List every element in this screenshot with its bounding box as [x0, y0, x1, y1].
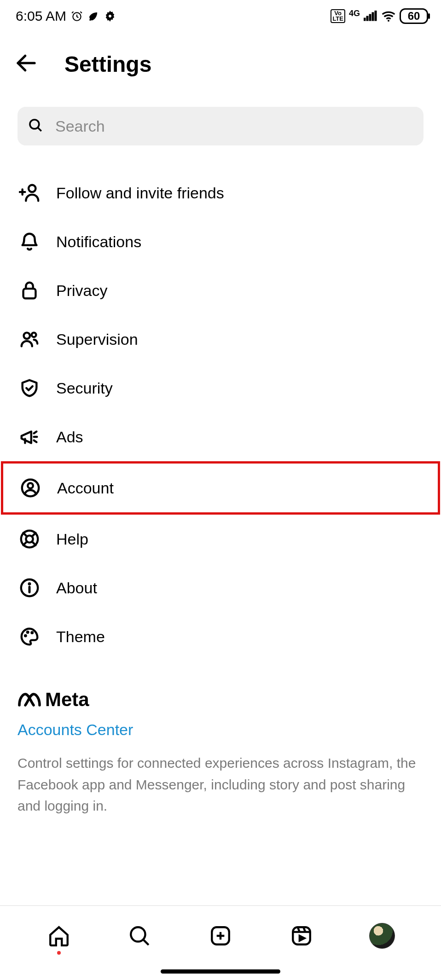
svg-point-1: [109, 15, 112, 18]
settings-item-ads[interactable]: Ads: [0, 412, 441, 461]
status-right: VoLTE 4G 60: [331, 8, 428, 24]
svg-point-7: [388, 20, 389, 22]
settings-item-notifications[interactable]: Notifications: [0, 217, 441, 266]
settings-item-label: Help: [56, 530, 88, 548]
alarm-icon: [71, 10, 83, 22]
shield-check-icon: [17, 377, 41, 399]
nav-home-button[interactable]: [43, 920, 75, 952]
svg-rect-4: [369, 14, 371, 21]
settings-item-follow[interactable]: Follow and invite friends: [0, 168, 441, 217]
battery-icon: 60: [400, 8, 428, 24]
volte-icon: VoLTE: [331, 9, 345, 23]
nav-search-button[interactable]: [123, 920, 156, 952]
svg-rect-3: [366, 16, 368, 21]
settings-item-label: Security: [56, 379, 113, 397]
settings-item-supervision[interactable]: Supervision: [0, 315, 441, 364]
battery-pct: 60: [408, 10, 420, 22]
settings-item-privacy[interactable]: Privacy: [0, 266, 441, 315]
svg-rect-6: [375, 11, 377, 21]
status-time: 6:05 AM: [16, 8, 66, 24]
svg-rect-2: [364, 18, 366, 21]
meta-section: Meta Accounts Center Control settings fo…: [0, 670, 441, 849]
home-indicator: [161, 969, 280, 974]
svg-point-9: [131, 927, 145, 941]
settings-item-help[interactable]: Help: [0, 515, 441, 563]
search-container: [17, 107, 424, 145]
home-notification-dot: [57, 951, 61, 955]
settings-item-security[interactable]: Security: [0, 364, 441, 412]
settings-item-account[interactable]: Account: [1, 461, 440, 515]
people-icon: [17, 329, 41, 350]
lifebuoy-icon: [17, 528, 41, 550]
search-icon: [28, 117, 43, 135]
lock-icon: [17, 280, 41, 301]
svg-rect-5: [372, 12, 374, 21]
bell-icon: [17, 231, 41, 252]
settings-item-theme[interactable]: Theme: [0, 612, 441, 661]
wifi-icon: [381, 11, 396, 22]
nav-profile-button[interactable]: [366, 920, 398, 952]
header: Settings: [0, 28, 441, 96]
signal-icon: [364, 11, 377, 22]
meta-brand-label: Meta: [45, 689, 89, 711]
meta-brand: Meta: [17, 689, 424, 711]
back-button[interactable]: [14, 51, 39, 77]
settings-item-label: Ads: [56, 428, 83, 446]
search-field[interactable]: [17, 107, 424, 145]
settings-menu: Follow and invite friendsNotificationsPr…: [0, 155, 441, 670]
nav-create-button[interactable]: [204, 920, 237, 952]
status-bar: 6:05 AM VoLTE 4G 60: [0, 0, 441, 28]
settings-item-label: About: [56, 579, 97, 597]
settings-item-label: Privacy: [56, 282, 107, 300]
palette-icon: [17, 626, 41, 647]
settings-item-label: Theme: [56, 628, 105, 646]
gear-icon: [104, 10, 116, 22]
network-type: 4G: [349, 10, 360, 17]
accounts-center-link[interactable]: Accounts Center: [17, 721, 424, 739]
leaf-icon: [87, 10, 99, 22]
settings-item-label: Supervision: [56, 331, 138, 348]
page-title: Settings: [64, 52, 151, 77]
user-circle-icon: [18, 477, 42, 499]
nav-reels-button[interactable]: [285, 920, 318, 952]
settings-item-label: Account: [57, 479, 114, 497]
info-circle-icon: [17, 577, 41, 598]
bottom-nav: [0, 906, 441, 957]
meta-description: Control settings for connected experienc…: [17, 753, 424, 817]
status-left: 6:05 AM: [16, 8, 116, 24]
avatar: [369, 923, 395, 949]
megaphone-icon: [17, 426, 41, 447]
settings-item-about[interactable]: About: [0, 563, 441, 612]
meta-logo-icon: [17, 691, 41, 708]
person-plus-icon: [17, 182, 41, 203]
search-input[interactable]: [55, 117, 413, 135]
settings-item-label: Notifications: [56, 233, 141, 251]
svg-point-8: [30, 120, 39, 129]
settings-item-label: Follow and invite friends: [56, 184, 224, 202]
